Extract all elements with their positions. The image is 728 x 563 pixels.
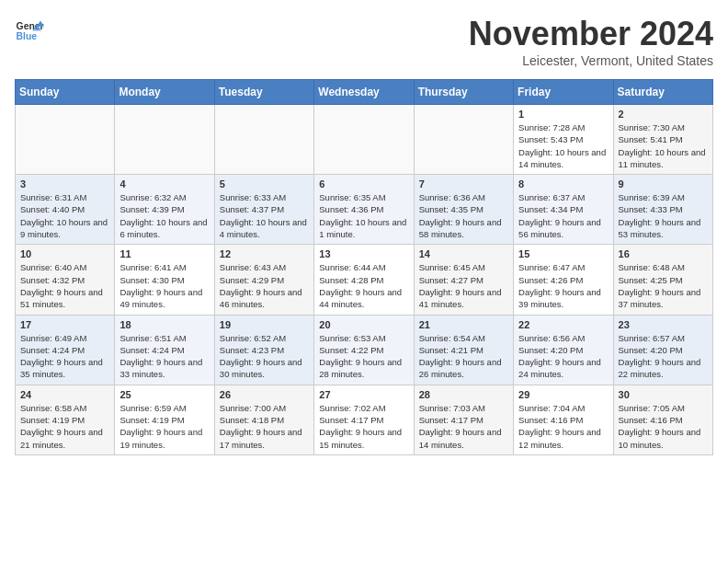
weekday-header-wednesday: Wednesday [314, 80, 414, 105]
day-number: 27 [319, 389, 408, 400]
day-info: Sunrise: 6:31 AM Sunset: 4:40 PM Dayligh… [20, 191, 109, 240]
day-info: Sunrise: 6:45 AM Sunset: 4:27 PM Dayligh… [419, 261, 508, 310]
day-number: 18 [119, 319, 209, 330]
day-number: 9 [619, 178, 708, 190]
month-title: November 2024 [469, 15, 713, 53]
day-info: Sunrise: 6:37 AM Sunset: 4:34 PM Dayligh… [518, 191, 608, 240]
day-number: 14 [419, 248, 508, 259]
day-cell: 18Sunrise: 6:51 AM Sunset: 4:24 PM Dayli… [115, 315, 214, 385]
day-info: Sunrise: 6:51 AM Sunset: 4:24 PM Dayligh… [119, 332, 209, 381]
day-number: 17 [20, 319, 109, 330]
svg-text:Blue: Blue [17, 31, 38, 41]
day-cell: 7Sunrise: 6:36 AM Sunset: 4:35 PM Daylig… [414, 175, 513, 245]
logo-icon: General Blue [15, 15, 44, 44]
day-info: Sunrise: 6:57 AM Sunset: 4:20 PM Dayligh… [619, 332, 708, 381]
day-info: Sunrise: 6:59 AM Sunset: 4:19 PM Dayligh… [119, 402, 209, 451]
weekday-header-tuesday: Tuesday [214, 80, 313, 105]
week-row-2: 3Sunrise: 6:31 AM Sunset: 4:40 PM Daylig… [16, 175, 713, 245]
day-cell: 10Sunrise: 6:40 AM Sunset: 4:32 PM Dayli… [16, 245, 115, 315]
day-info: Sunrise: 6:40 AM Sunset: 4:32 PM Dayligh… [20, 261, 109, 310]
day-info: Sunrise: 6:32 AM Sunset: 4:39 PM Dayligh… [119, 191, 209, 240]
title-area: November 2024 Leicester, Vermont, United… [469, 15, 713, 68]
weekday-header-sunday: Sunday [16, 80, 115, 105]
day-cell: 11Sunrise: 6:41 AM Sunset: 4:30 PM Dayli… [115, 245, 214, 315]
day-number: 16 [619, 248, 708, 259]
week-row-4: 17Sunrise: 6:49 AM Sunset: 4:24 PM Dayli… [16, 315, 713, 385]
day-info: Sunrise: 7:00 AM Sunset: 4:18 PM Dayligh… [220, 402, 309, 451]
day-info: Sunrise: 6:43 AM Sunset: 4:29 PM Dayligh… [220, 261, 309, 310]
week-row-1: 1Sunrise: 7:28 AM Sunset: 5:43 PM Daylig… [16, 105, 713, 175]
day-info: Sunrise: 7:28 AM Sunset: 5:43 PM Dayligh… [518, 121, 608, 170]
day-info: Sunrise: 6:33 AM Sunset: 4:37 PM Dayligh… [220, 191, 309, 240]
day-info: Sunrise: 6:56 AM Sunset: 4:20 PM Dayligh… [518, 332, 608, 381]
calendar-table: SundayMondayTuesdayWednesdayThursdayFrid… [15, 79, 713, 455]
weekday-header-thursday: Thursday [414, 80, 513, 105]
day-cell: 17Sunrise: 6:49 AM Sunset: 4:24 PM Dayli… [16, 315, 115, 385]
day-info: Sunrise: 7:04 AM Sunset: 4:16 PM Dayligh… [518, 402, 608, 451]
day-cell: 2Sunrise: 7:30 AM Sunset: 5:41 PM Daylig… [613, 105, 712, 175]
day-number: 4 [119, 178, 209, 190]
day-info: Sunrise: 6:53 AM Sunset: 4:22 PM Dayligh… [319, 332, 408, 381]
day-info: Sunrise: 6:36 AM Sunset: 4:35 PM Dayligh… [419, 191, 508, 240]
day-cell: 13Sunrise: 6:44 AM Sunset: 4:28 PM Dayli… [314, 245, 414, 315]
day-cell: 19Sunrise: 6:52 AM Sunset: 4:23 PM Dayli… [214, 315, 313, 385]
day-number: 12 [220, 248, 309, 259]
weekday-header-row: SundayMondayTuesdayWednesdayThursdayFrid… [16, 80, 713, 105]
day-cell: 14Sunrise: 6:45 AM Sunset: 4:27 PM Dayli… [414, 245, 513, 315]
day-number: 19 [220, 319, 309, 330]
day-cell: 20Sunrise: 6:53 AM Sunset: 4:22 PM Dayli… [314, 315, 414, 385]
week-row-3: 10Sunrise: 6:40 AM Sunset: 4:32 PM Dayli… [16, 245, 713, 315]
day-info: Sunrise: 6:44 AM Sunset: 4:28 PM Dayligh… [319, 261, 408, 310]
day-number: 29 [518, 389, 608, 400]
day-info: Sunrise: 6:52 AM Sunset: 4:23 PM Dayligh… [220, 332, 309, 381]
day-number: 5 [220, 178, 309, 190]
day-cell: 16Sunrise: 6:48 AM Sunset: 4:25 PM Dayli… [613, 245, 712, 315]
day-number: 13 [319, 248, 408, 259]
day-info: Sunrise: 6:48 AM Sunset: 4:25 PM Dayligh… [619, 261, 708, 310]
day-number: 7 [419, 178, 508, 190]
day-number: 25 [119, 389, 209, 400]
day-cell: 22Sunrise: 6:56 AM Sunset: 4:20 PM Dayli… [514, 315, 613, 385]
day-cell: 12Sunrise: 6:43 AM Sunset: 4:29 PM Dayli… [214, 245, 313, 315]
day-number: 1 [518, 109, 608, 120]
day-cell: 27Sunrise: 7:02 AM Sunset: 4:17 PM Dayli… [314, 385, 414, 454]
day-cell: 6Sunrise: 6:35 AM Sunset: 4:36 PM Daylig… [314, 175, 414, 245]
day-cell: 21Sunrise: 6:54 AM Sunset: 4:21 PM Dayli… [414, 315, 513, 385]
weekday-header-friday: Friday [514, 80, 613, 105]
day-number: 10 [20, 248, 109, 259]
day-cell: 15Sunrise: 6:47 AM Sunset: 4:26 PM Dayli… [514, 245, 613, 315]
day-cell: 30Sunrise: 7:05 AM Sunset: 4:16 PM Dayli… [613, 385, 712, 454]
day-cell: 8Sunrise: 6:37 AM Sunset: 4:34 PM Daylig… [514, 175, 613, 245]
logo: General Blue [15, 15, 44, 44]
day-number: 8 [518, 178, 608, 190]
day-number: 6 [319, 178, 408, 190]
day-cell: 23Sunrise: 6:57 AM Sunset: 4:20 PM Dayli… [613, 315, 712, 385]
day-info: Sunrise: 7:02 AM Sunset: 4:17 PM Dayligh… [319, 402, 408, 451]
day-cell: 24Sunrise: 6:58 AM Sunset: 4:19 PM Dayli… [16, 385, 115, 454]
day-cell: 3Sunrise: 6:31 AM Sunset: 4:40 PM Daylig… [16, 175, 115, 245]
day-number: 11 [119, 248, 209, 259]
day-cell: 1Sunrise: 7:28 AM Sunset: 5:43 PM Daylig… [514, 105, 613, 175]
day-info: Sunrise: 7:30 AM Sunset: 5:41 PM Dayligh… [619, 121, 708, 170]
day-cell: 26Sunrise: 7:00 AM Sunset: 4:18 PM Dayli… [214, 385, 313, 454]
day-info: Sunrise: 7:05 AM Sunset: 4:16 PM Dayligh… [619, 402, 708, 451]
day-info: Sunrise: 6:41 AM Sunset: 4:30 PM Dayligh… [119, 261, 209, 310]
day-cell: 5Sunrise: 6:33 AM Sunset: 4:37 PM Daylig… [214, 175, 313, 245]
day-info: Sunrise: 6:49 AM Sunset: 4:24 PM Dayligh… [20, 332, 109, 381]
day-number: 21 [419, 319, 508, 330]
week-row-5: 24Sunrise: 6:58 AM Sunset: 4:19 PM Dayli… [16, 385, 713, 454]
location-subtitle: Leicester, Vermont, United States [469, 53, 713, 68]
day-cell: 29Sunrise: 7:04 AM Sunset: 4:16 PM Dayli… [514, 385, 613, 454]
day-cell [414, 105, 513, 175]
day-number: 23 [619, 319, 708, 330]
day-info: Sunrise: 6:39 AM Sunset: 4:33 PM Dayligh… [619, 191, 708, 240]
day-cell: 28Sunrise: 7:03 AM Sunset: 4:17 PM Dayli… [414, 385, 513, 454]
day-number: 24 [20, 389, 109, 400]
day-number: 20 [319, 319, 408, 330]
day-number: 3 [20, 178, 109, 190]
day-number: 2 [619, 109, 708, 120]
day-cell [314, 105, 414, 175]
day-info: Sunrise: 7:03 AM Sunset: 4:17 PM Dayligh… [419, 402, 508, 451]
day-cell: 9Sunrise: 6:39 AM Sunset: 4:33 PM Daylig… [613, 175, 712, 245]
day-cell [115, 105, 214, 175]
